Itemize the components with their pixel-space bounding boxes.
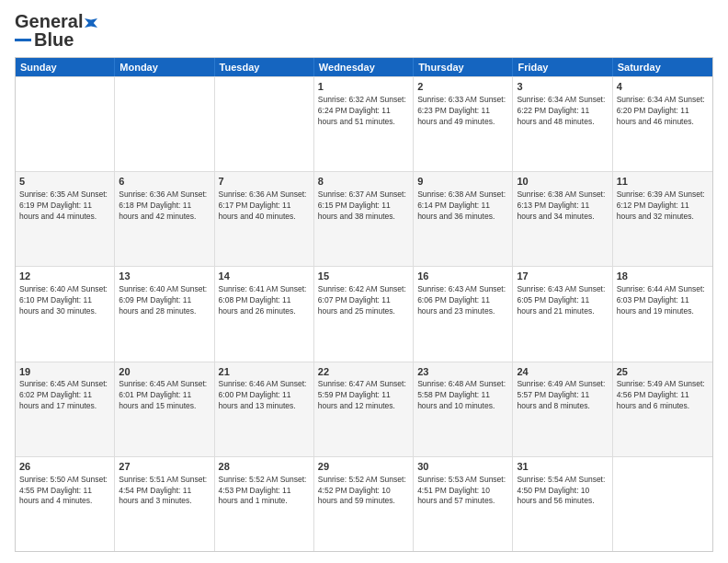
calendar-cell: 18Sunrise: 6:44 AM Sunset: 6:03 PM Dayli… — [613, 267, 712, 361]
cell-info: Sunrise: 5:52 AM Sunset: 4:52 PM Dayligh… — [318, 475, 409, 508]
logo-text: General — [15, 11, 97, 31]
day-number: 13 — [119, 270, 210, 283]
calendar-row-3: 19Sunrise: 6:45 AM Sunset: 6:02 PM Dayli… — [16, 362, 712, 456]
calendar-cell: 9Sunrise: 6:38 AM Sunset: 6:14 PM Daylig… — [414, 172, 513, 266]
svg-marker-0 — [85, 18, 97, 28]
day-number: 26 — [19, 460, 110, 474]
calendar-cell: 26Sunrise: 5:50 AM Sunset: 4:55 PM Dayli… — [16, 457, 115, 551]
day-number: 27 — [119, 460, 210, 474]
calendar-cell: 10Sunrise: 6:38 AM Sunset: 6:13 PM Dayli… — [513, 172, 612, 266]
cell-info: Sunrise: 5:50 AM Sunset: 4:55 PM Dayligh… — [19, 475, 110, 508]
calendar-cell: 25Sunrise: 5:49 AM Sunset: 4:56 PM Dayli… — [613, 362, 712, 456]
cell-info: Sunrise: 6:37 AM Sunset: 6:15 PM Dayligh… — [318, 190, 409, 223]
logo-line — [15, 39, 31, 41]
header-day-friday: Friday — [513, 58, 612, 76]
day-number: 31 — [517, 460, 608, 474]
day-number: 18 — [617, 270, 709, 283]
page: General Blue SundayMondayTuesdayWednesda… — [0, 0, 728, 563]
calendar-cell: 24Sunrise: 6:49 AM Sunset: 5:57 PM Dayli… — [513, 362, 612, 456]
cell-info: Sunrise: 6:40 AM Sunset: 6:09 PM Dayligh… — [119, 284, 210, 317]
calendar-cell: 31Sunrise: 5:54 AM Sunset: 4:50 PM Dayli… — [513, 457, 612, 551]
calendar-row-2: 12Sunrise: 6:40 AM Sunset: 6:10 PM Dayli… — [16, 266, 712, 361]
calendar-cell: 16Sunrise: 6:43 AM Sunset: 6:06 PM Dayli… — [414, 267, 513, 361]
calendar-body: 1Sunrise: 6:32 AM Sunset: 6:24 PM Daylig… — [16, 76, 712, 551]
header: General Blue — [15, 11, 713, 50]
day-number: 20 — [119, 365, 210, 379]
cell-info: Sunrise: 5:52 AM Sunset: 4:53 PM Dayligh… — [219, 475, 310, 508]
day-number: 24 — [517, 365, 608, 379]
day-number: 4 — [617, 80, 709, 94]
cell-info: Sunrise: 6:48 AM Sunset: 5:58 PM Dayligh… — [417, 379, 508, 412]
calendar-cell: 2Sunrise: 6:33 AM Sunset: 6:23 PM Daylig… — [414, 77, 513, 171]
cell-info: Sunrise: 6:43 AM Sunset: 6:06 PM Dayligh… — [417, 284, 508, 317]
header-day-sunday: Sunday — [16, 58, 115, 76]
cell-info: Sunrise: 5:51 AM Sunset: 4:54 PM Dayligh… — [119, 475, 210, 508]
calendar-cell: 7Sunrise: 6:36 AM Sunset: 6:17 PM Daylig… — [215, 172, 314, 266]
calendar-cell: 13Sunrise: 6:40 AM Sunset: 6:09 PM Dayli… — [115, 267, 214, 361]
cell-info: Sunrise: 6:43 AM Sunset: 6:05 PM Dayligh… — [517, 284, 608, 317]
calendar-cell — [613, 457, 712, 551]
cell-info: Sunrise: 6:38 AM Sunset: 6:13 PM Dayligh… — [517, 190, 608, 223]
calendar-cell: 28Sunrise: 5:52 AM Sunset: 4:53 PM Dayli… — [215, 457, 314, 551]
header-day-thursday: Thursday — [414, 58, 513, 76]
calendar-cell: 29Sunrise: 5:52 AM Sunset: 4:52 PM Dayli… — [314, 457, 414, 551]
calendar-cell: 27Sunrise: 5:51 AM Sunset: 4:54 PM Dayli… — [115, 457, 214, 551]
cell-info: Sunrise: 6:34 AM Sunset: 6:20 PM Dayligh… — [617, 95, 709, 128]
cell-info: Sunrise: 5:54 AM Sunset: 4:50 PM Dayligh… — [517, 475, 608, 508]
calendar-cell — [215, 77, 314, 171]
cell-info: Sunrise: 6:39 AM Sunset: 6:12 PM Dayligh… — [617, 190, 709, 223]
calendar-cell: 20Sunrise: 6:45 AM Sunset: 6:01 PM Dayli… — [115, 362, 214, 456]
cell-info: Sunrise: 6:41 AM Sunset: 6:08 PM Dayligh… — [219, 284, 310, 317]
cell-info: Sunrise: 6:45 AM Sunset: 6:01 PM Dayligh… — [119, 379, 210, 412]
cell-info: Sunrise: 6:35 AM Sunset: 6:19 PM Dayligh… — [19, 190, 110, 223]
day-number: 9 — [417, 175, 508, 189]
calendar-cell — [16, 77, 115, 171]
day-number: 1 — [318, 80, 409, 94]
calendar-header: SundayMondayTuesdayWednesdayThursdayFrid… — [16, 58, 712, 76]
day-number: 12 — [19, 270, 110, 283]
header-day-monday: Monday — [115, 58, 214, 76]
logo: General Blue — [15, 11, 97, 50]
cell-info: Sunrise: 6:44 AM Sunset: 6:03 PM Dayligh… — [617, 284, 709, 317]
day-number: 11 — [617, 175, 709, 189]
cell-info: Sunrise: 6:33 AM Sunset: 6:23 PM Dayligh… — [417, 95, 508, 128]
cell-info: Sunrise: 6:46 AM Sunset: 6:00 PM Dayligh… — [219, 379, 310, 412]
calendar-cell: 21Sunrise: 6:46 AM Sunset: 6:00 PM Dayli… — [215, 362, 314, 456]
cell-info: Sunrise: 6:36 AM Sunset: 6:18 PM Dayligh… — [119, 190, 210, 223]
calendar: SundayMondayTuesdayWednesdayThursdayFrid… — [15, 57, 713, 552]
header-day-wednesday: Wednesday — [314, 58, 414, 76]
logo-blue: Blue — [34, 29, 74, 50]
day-number: 5 — [19, 175, 110, 189]
day-number: 2 — [417, 80, 508, 94]
day-number: 30 — [417, 460, 508, 474]
calendar-row-4: 26Sunrise: 5:50 AM Sunset: 4:55 PM Dayli… — [16, 456, 712, 551]
day-number: 14 — [219, 270, 310, 283]
calendar-cell: 3Sunrise: 6:34 AM Sunset: 6:22 PM Daylig… — [513, 77, 612, 171]
cell-info: Sunrise: 6:45 AM Sunset: 6:02 PM Dayligh… — [19, 379, 110, 412]
day-number: 7 — [219, 175, 310, 189]
calendar-cell: 15Sunrise: 6:42 AM Sunset: 6:07 PM Dayli… — [314, 267, 414, 361]
day-number: 17 — [517, 270, 608, 283]
calendar-cell — [115, 77, 214, 171]
calendar-cell: 8Sunrise: 6:37 AM Sunset: 6:15 PM Daylig… — [314, 172, 414, 266]
calendar-cell: 11Sunrise: 6:39 AM Sunset: 6:12 PM Dayli… — [613, 172, 712, 266]
calendar-cell: 17Sunrise: 6:43 AM Sunset: 6:05 PM Dayli… — [513, 267, 612, 361]
day-number: 3 — [517, 80, 608, 94]
day-number: 25 — [617, 365, 709, 379]
calendar-cell: 4Sunrise: 6:34 AM Sunset: 6:20 PM Daylig… — [613, 77, 712, 171]
cell-info: Sunrise: 5:49 AM Sunset: 4:56 PM Dayligh… — [617, 379, 709, 412]
calendar-row-0: 1Sunrise: 6:32 AM Sunset: 6:24 PM Daylig… — [16, 76, 712, 171]
day-number: 28 — [219, 460, 310, 474]
calendar-cell: 23Sunrise: 6:48 AM Sunset: 5:58 PM Dayli… — [414, 362, 513, 456]
cell-info: Sunrise: 6:40 AM Sunset: 6:10 PM Dayligh… — [19, 284, 110, 317]
day-number: 29 — [318, 460, 409, 474]
cell-info: Sunrise: 6:34 AM Sunset: 6:22 PM Dayligh… — [517, 95, 608, 128]
calendar-row-1: 5Sunrise: 6:35 AM Sunset: 6:19 PM Daylig… — [16, 171, 712, 266]
calendar-cell: 12Sunrise: 6:40 AM Sunset: 6:10 PM Dayli… — [16, 267, 115, 361]
cell-info: Sunrise: 6:42 AM Sunset: 6:07 PM Dayligh… — [318, 284, 409, 317]
day-number: 16 — [417, 270, 508, 283]
calendar-cell: 1Sunrise: 6:32 AM Sunset: 6:24 PM Daylig… — [314, 77, 414, 171]
cell-info: Sunrise: 5:53 AM Sunset: 4:51 PM Dayligh… — [417, 475, 508, 508]
calendar-cell: 30Sunrise: 5:53 AM Sunset: 4:51 PM Dayli… — [414, 457, 513, 551]
calendar-cell: 6Sunrise: 6:36 AM Sunset: 6:18 PM Daylig… — [115, 172, 214, 266]
